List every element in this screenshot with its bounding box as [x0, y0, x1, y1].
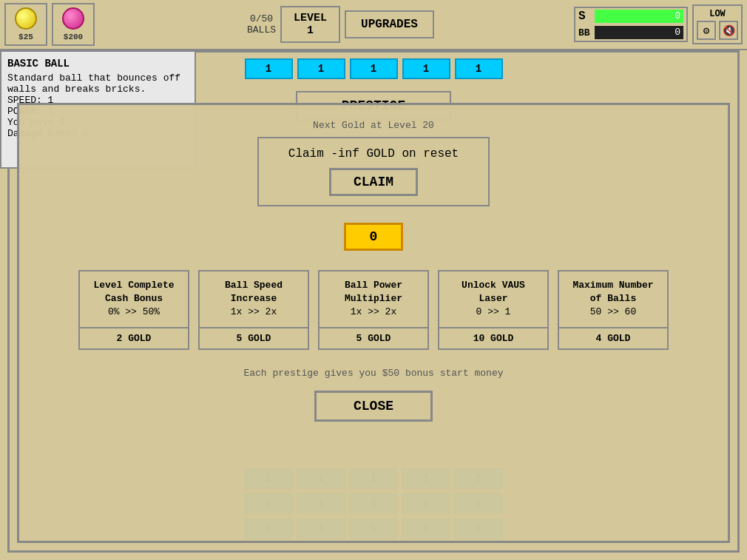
claim-button[interactable]: CLAIM: [329, 168, 418, 196]
upgrade-card-4[interactable]: Maximum Number of Balls50 >> 604 GOLD: [558, 270, 669, 350]
claim-text: Claim -inf GOLD on reset: [288, 147, 459, 161]
ball1-label: $25: [18, 33, 33, 41]
upgrade-card-body-4: Maximum Number of Balls50 >> 60: [559, 271, 667, 327]
ball-pink-icon: [62, 7, 84, 30]
upgrade-card-cost-4: 4 GOLD: [559, 327, 667, 348]
money-value: 0: [675, 10, 680, 23]
ball-yellow-icon: [15, 7, 37, 30]
upgrades-button[interactable]: UPGRADES: [345, 10, 434, 38]
bb-label: BB: [578, 27, 593, 38]
prestige-modal: Next Gold at Level 20 Claim -inf GOLD on…: [17, 103, 730, 543]
money-row: S 0: [575, 8, 686, 24]
top-bar: $25 $200 0/50 BALLS LEVEL 1 UPGRADES S 0…: [0, 0, 747, 50]
ball-title: BASIC BALL: [7, 58, 189, 70]
ball2-label: $200: [64, 33, 83, 41]
close-button[interactable]: CLOSE: [314, 391, 433, 422]
level-box: LEVEL 1: [280, 6, 340, 43]
bb-value: 0: [675, 26, 680, 39]
bonus-text: Each prestige gives you $50 bonus start …: [243, 368, 503, 379]
game-field: 11111 PRESTIGE Next Gold at Level 20 Cla…: [7, 50, 740, 553]
upgrade-card-3[interactable]: Unlock VAUS Laser0 >> 110 GOLD: [438, 270, 549, 350]
balls-counter: 0/50 BALLS: [247, 13, 276, 36]
upgrade-card-cost-1: 5 GOLD: [200, 327, 308, 348]
bb-bar: 0: [595, 26, 683, 39]
gear-icon[interactable]: ⚙: [697, 21, 716, 40]
top-brick: 1: [245, 58, 293, 79]
upgrade-card-body-3: Unlock VAUS Laser0 >> 1: [439, 271, 547, 327]
upgrade-card-cost-2: 5 GOLD: [320, 327, 427, 348]
gold-counter: 0: [344, 223, 403, 251]
upgrade-card-body-2: Ball Power Multiplier1x >> 2x: [320, 271, 427, 327]
upgrade-card-2[interactable]: Ball Power Multiplier1x >> 2x5 GOLD: [318, 270, 429, 350]
top-brick: 1: [350, 58, 398, 79]
ball-desc: Standard ball that bounces off walls and…: [7, 72, 189, 95]
claim-box: Claim -inf GOLD on reset CLAIM: [257, 137, 490, 206]
settings-icons: ⚙ 🔇: [697, 21, 738, 40]
ball-slot-1[interactable]: $25: [4, 3, 47, 46]
upgrade-card-1[interactable]: Ball Speed Increase1x >> 2x5 GOLD: [198, 270, 309, 350]
upgrade-card-body-1: Ball Speed Increase1x >> 2x: [200, 271, 308, 327]
upgrade-cards: Level Complete Cash Bonus0% >> 50%2 GOLD…: [78, 270, 669, 350]
money-panel: S 0 BB 0: [574, 7, 688, 42]
quality-label: LOW: [697, 9, 738, 19]
settings-panel: LOW ⚙ 🔇: [692, 4, 743, 44]
top-brick: 1: [297, 58, 345, 79]
bb-row: BB 0: [575, 24, 686, 41]
next-gold-text: Next Gold at Level 20: [313, 120, 434, 131]
upgrade-card-0[interactable]: Level Complete Cash Bonus0% >> 50%2 GOLD: [78, 270, 189, 350]
top-brick: 1: [402, 58, 450, 79]
ball-slot-2[interactable]: $200: [52, 3, 95, 46]
upgrade-card-body-0: Level Complete Cash Bonus0% >> 50%: [80, 271, 188, 327]
upgrade-card-cost-0: 2 GOLD: [80, 327, 188, 348]
money-bar: 0: [595, 10, 683, 23]
dollar-icon: S: [578, 10, 593, 23]
top-brick: 1: [455, 58, 503, 79]
upgrade-card-cost-3: 10 GOLD: [439, 327, 547, 348]
sound-icon[interactable]: 🔇: [719, 21, 738, 40]
